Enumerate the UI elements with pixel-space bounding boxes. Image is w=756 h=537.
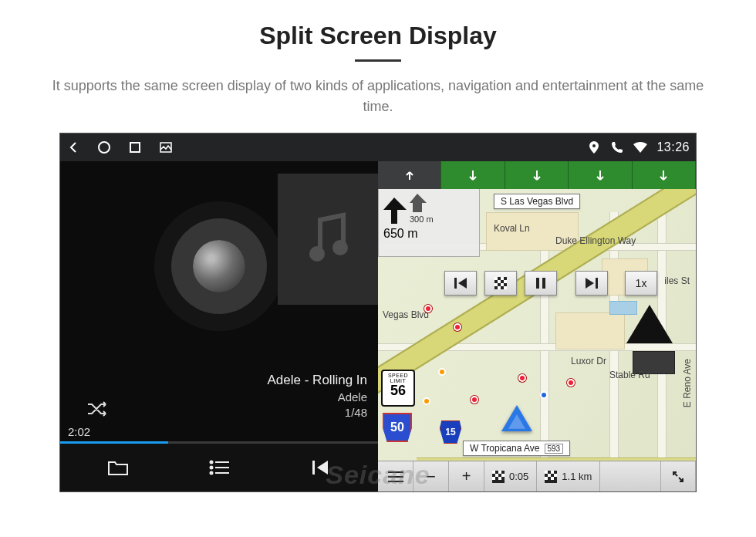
svg-point-8: [210, 467, 212, 469]
next-turn-distance: 300 m: [410, 214, 434, 224]
map-landmark-icon: [626, 305, 673, 343]
clock-text: 13:26: [656, 140, 690, 154]
svg-rect-38: [551, 471, 554, 474]
navigation-pane: Koval Ln Duke Ellington Way Vegas Blvd i…: [378, 161, 696, 491]
device-frame: 13:26 Adele - Rolling In Adele 1/48: [59, 133, 697, 492]
svg-rect-23: [536, 278, 539, 289]
map-poi-icon[interactable]: [518, 374, 526, 382]
map-expand-button[interactable]: [660, 461, 696, 491]
music-bottom-bar: [60, 444, 378, 491]
map-street-name: S Las Vegas Blvd: [501, 196, 573, 207]
music-artwork-area: [60, 161, 378, 372]
svg-rect-31: [498, 471, 501, 474]
map-zoom-out-button[interactable]: −: [413, 461, 449, 491]
map-poi-icon[interactable]: [438, 368, 446, 376]
svg-point-6: [210, 461, 212, 464]
music-metadata: Adele - Rolling In Adele 1/48: [268, 372, 370, 420]
map-street-name: W Tropicana Ave: [470, 443, 540, 454]
shuffle-icon[interactable]: [86, 400, 110, 420]
svg-rect-21: [498, 286, 501, 289]
map-prev-button[interactable]: [444, 271, 477, 296]
wifi-status-icon: [633, 140, 647, 154]
status-bar: 13:26: [60, 133, 696, 161]
map-next-button[interactable]: [575, 271, 608, 296]
remaining-distance-value: 1.1 km: [562, 471, 592, 482]
map-speed-button[interactable]: 1x: [625, 271, 657, 296]
svg-rect-37: [545, 471, 548, 474]
playback-progress-fill: [60, 441, 168, 444]
elapsed-time: 2:02: [60, 425, 378, 438]
playback-progress[interactable]: [60, 441, 378, 444]
svg-rect-40: [554, 474, 557, 477]
track-index: 1/48: [268, 405, 367, 420]
interstate-shield: 15: [440, 420, 461, 444]
flag-icon: [492, 471, 505, 483]
map-label: Luxor Dr: [571, 356, 606, 366]
svg-rect-25: [596, 278, 598, 289]
svg-rect-42: [551, 477, 554, 480]
map-poi-icon[interactable]: [471, 396, 478, 404]
page-title: Split Screen Display: [0, 22, 756, 50]
svg-rect-39: [548, 474, 551, 477]
eta-readout: 0:05: [484, 461, 537, 491]
eta-value: 0:05: [509, 471, 528, 482]
track-artist: Adele: [268, 390, 367, 405]
flag-icon: [545, 471, 557, 483]
svg-rect-41: [545, 477, 548, 480]
map-lane-strip: [378, 161, 696, 189]
lane-cell: [633, 161, 696, 189]
playlist-button[interactable]: [204, 452, 235, 483]
turn-distance: 650 m: [383, 227, 474, 241]
lane-cell: [441, 161, 505, 189]
previous-track-button[interactable]: [305, 452, 336, 483]
speed-limit-label: SPEED LIMIT: [383, 373, 413, 383]
map-zoom-in-button[interactable]: +: [449, 461, 484, 491]
svg-rect-24: [542, 278, 545, 289]
map-poi-icon[interactable]: [424, 305, 432, 312]
volume-knob[interactable]: [193, 240, 245, 292]
svg-rect-34: [492, 477, 495, 480]
gps-position-icon: [501, 405, 532, 431]
svg-rect-12: [312, 461, 315, 475]
track-title: Adele - Rolling In: [268, 372, 367, 390]
remaining-distance-readout: 1.1 km: [537, 461, 600, 491]
svg-rect-16: [501, 277, 504, 280]
lane-cell: [378, 161, 441, 189]
svg-rect-22: [504, 286, 507, 289]
folder-button[interactable]: [103, 452, 133, 483]
route-shield: 50: [383, 413, 412, 442]
turn-right-icon: [410, 194, 427, 212]
svg-point-3: [592, 144, 596, 147]
svg-point-0: [99, 142, 110, 153]
svg-rect-35: [498, 477, 501, 480]
map-street-chip: S Las Vegas Blvd: [494, 194, 580, 209]
map-poi-icon[interactable]: [567, 379, 575, 387]
map-bottom-bar: − + 0:05 1.1 km: [378, 461, 696, 491]
home-icon[interactable]: [97, 140, 111, 154]
back-icon[interactable]: [66, 140, 80, 154]
svg-rect-19: [494, 283, 498, 286]
map-poi-icon[interactable]: [540, 391, 548, 399]
svg-rect-15: [494, 277, 498, 280]
svg-rect-18: [504, 280, 507, 283]
svg-rect-33: [501, 474, 505, 477]
svg-rect-30: [492, 471, 495, 474]
svg-point-4: [309, 246, 325, 262]
location-status-icon: [587, 140, 601, 154]
speed-limit-sign: SPEED LIMIT 56: [381, 370, 415, 407]
map-poi-icon[interactable]: [423, 397, 430, 405]
map-label: Duke Ellington Way: [555, 235, 636, 246]
svg-rect-17: [498, 280, 501, 283]
map-menu-button[interactable]: [378, 461, 413, 491]
map-street-tag: 593: [545, 444, 564, 454]
map-poi-icon[interactable]: [454, 323, 461, 331]
map-street-chip: W Tropicana Ave 593: [463, 441, 570, 456]
map-label: Stable Rd: [609, 370, 650, 380]
map-pause-button[interactable]: [525, 271, 557, 296]
svg-point-5: [332, 240, 348, 255]
page-description: It supports the same screen display of t…: [46, 76, 710, 117]
album-art-placeholder: [278, 174, 378, 305]
picture-icon[interactable]: [159, 140, 173, 154]
recents-icon[interactable]: [128, 140, 142, 154]
map-start-button[interactable]: [484, 271, 517, 296]
